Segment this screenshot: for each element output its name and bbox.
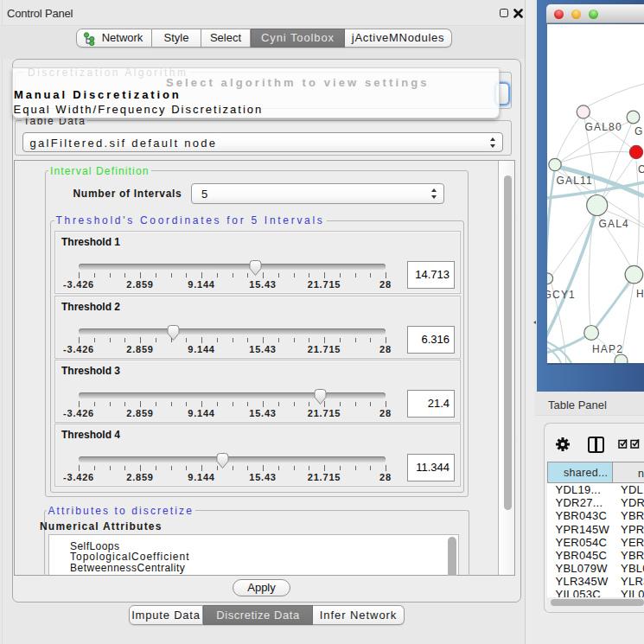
svg-text:H: H: [636, 288, 644, 300]
svg-text:G.: G.: [634, 125, 644, 137]
svg-text:GAL11: GAL11: [557, 175, 593, 187]
svg-text:GCY1: GCY1: [547, 289, 576, 301]
svg-text:HAP2: HAP2: [592, 343, 623, 355]
svg-text:C: C: [638, 163, 644, 175]
svg-text:GAL80: GAL80: [585, 121, 622, 133]
svg-text:GAL4: GAL4: [599, 218, 630, 230]
